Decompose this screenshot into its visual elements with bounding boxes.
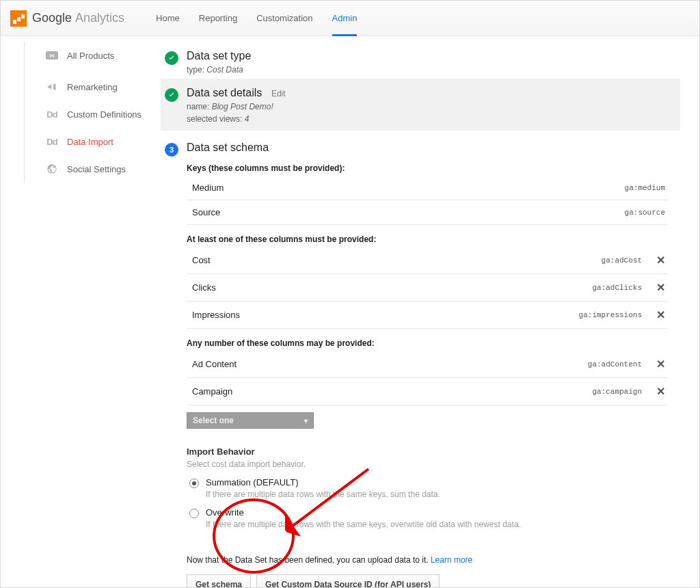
add-column-select[interactable]: Select one ▾ bbox=[187, 412, 314, 429]
link-icon: ⋈ bbox=[45, 51, 59, 59]
step-title: Data set schema bbox=[187, 142, 668, 154]
sidebar-item-remarketing[interactable]: Remarketing bbox=[45, 73, 161, 101]
edit-link[interactable]: Edit bbox=[271, 89, 286, 98]
megaphone-icon bbox=[45, 81, 59, 92]
globe-icon bbox=[45, 163, 59, 174]
column-code: ga:source bbox=[625, 209, 665, 217]
upload-note: Now that the Data Set has been defined, … bbox=[187, 555, 668, 565]
column-code: ga:adCost bbox=[602, 256, 642, 265]
import-behavior-title: Import Behavior bbox=[187, 446, 668, 457]
any-header: Any number of these columns may be provi… bbox=[187, 338, 668, 348]
column-label: Cost bbox=[192, 255, 211, 265]
import-behavior-sub: Select cost data import behavior. bbox=[187, 459, 668, 469]
nav-admin[interactable]: Admin bbox=[332, 1, 358, 36]
radio-label: Summation (DEFAULT) bbox=[206, 477, 440, 487]
step-sub-views: selected views: 4 bbox=[187, 114, 286, 124]
sidebar-item-label: Social Settings bbox=[67, 164, 126, 174]
app-header: Google Analytics Home Reporting Customiz… bbox=[1, 1, 699, 36]
admin-sidebar: ⋈ All Products Remarketing Dd Custom Def… bbox=[1, 36, 161, 588]
column-code: ga:adClicks bbox=[592, 284, 642, 292]
step-number-badge: 3 bbox=[165, 143, 178, 157]
atleast-header: At least one of these columns must be pr… bbox=[187, 235, 668, 244]
column-code: ga:adContent bbox=[588, 360, 642, 369]
analytics-logo-icon bbox=[10, 10, 27, 27]
step-sub-name: name: Blog Post Demo! bbox=[187, 102, 286, 111]
sidebar-item-label: All Products bbox=[67, 51, 114, 61]
column-label: Impressions bbox=[192, 310, 240, 320]
nav-home[interactable]: Home bbox=[156, 1, 180, 36]
get-custom-id-button[interactable]: Get Custom Data Source ID (for API users… bbox=[256, 574, 440, 588]
column-label: Medium bbox=[192, 183, 224, 193]
schema-atleast-row: Cost ga:adCost ✕ bbox=[187, 247, 668, 274]
radio-overwrite[interactable]: Overwrite If there are multiple data row… bbox=[189, 507, 668, 529]
check-icon bbox=[165, 51, 178, 65]
learn-more-link[interactable]: Learn more bbox=[431, 555, 472, 565]
sidebar-item-data-import[interactable]: Dd Data Import bbox=[45, 128, 161, 155]
sidebar-item-label: Data Import bbox=[67, 137, 113, 147]
remove-column-button[interactable]: ✕ bbox=[656, 281, 665, 294]
remove-column-button[interactable]: ✕ bbox=[656, 308, 665, 321]
radio-desc: If there are multiple data rows with the… bbox=[206, 490, 440, 499]
step-title: Data set details bbox=[187, 87, 262, 98]
dd-icon: Dd bbox=[45, 137, 59, 147]
radio-input[interactable] bbox=[189, 509, 199, 518]
step-data-set-schema: 3 Data set schema Keys (these columns mu… bbox=[161, 133, 680, 588]
remove-column-button[interactable]: ✕ bbox=[656, 385, 665, 398]
sidebar-item-label: Remarketing bbox=[67, 82, 118, 92]
product-logo: Google Analytics bbox=[10, 10, 124, 27]
remove-column-button[interactable]: ✕ bbox=[656, 254, 665, 267]
column-label: Ad Content bbox=[192, 359, 237, 369]
radio-label: Overwrite bbox=[206, 507, 521, 518]
schema-any-row: Ad Content ga:adContent ✕ bbox=[187, 351, 668, 378]
radio-desc: If there are multiple data rows with the… bbox=[206, 520, 521, 529]
column-label: Source bbox=[192, 207, 220, 217]
select-label: Select one bbox=[193, 416, 234, 425]
nav-customization[interactable]: Customization bbox=[256, 1, 312, 36]
radio-summation[interactable]: Summation (DEFAULT) If there are multipl… bbox=[189, 477, 668, 499]
nav-reporting[interactable]: Reporting bbox=[199, 1, 237, 36]
keys-header: Keys (these columns must be provided): bbox=[187, 163, 668, 173]
main-panel: Data set type type: Cost Data Data set d… bbox=[161, 36, 699, 588]
sidebar-item-social-settings[interactable]: Social Settings bbox=[45, 155, 161, 183]
column-code: ga:medium bbox=[625, 184, 665, 192]
step-title: Data set type bbox=[187, 50, 251, 62]
step-data-set-type: Data set type type: Cost Data bbox=[161, 42, 680, 79]
top-nav: Home Reporting Customization Admin bbox=[156, 1, 357, 36]
remove-column-button[interactable]: ✕ bbox=[656, 358, 665, 371]
sidebar-item-custom-definitions[interactable]: Dd Custom Definitions bbox=[45, 101, 161, 128]
schema-key-row: Medium ga:medium bbox=[187, 176, 668, 200]
column-label: Campaign bbox=[192, 386, 232, 397]
check-icon bbox=[165, 88, 178, 102]
column-code: ga:campaign bbox=[592, 388, 642, 396]
dd-icon: Dd bbox=[45, 109, 59, 120]
step-sub: type: Cost Data bbox=[187, 65, 251, 75]
schema-atleast-row: Impressions ga:impressions ✕ bbox=[187, 302, 668, 329]
column-label: Clicks bbox=[192, 282, 216, 293]
get-schema-button[interactable]: Get schema bbox=[187, 574, 251, 588]
sidebar-item-label: Custom Definitions bbox=[67, 109, 142, 120]
radio-input[interactable] bbox=[189, 479, 199, 488]
step-data-set-details: Data set details Edit name: Blog Post De… bbox=[161, 79, 680, 131]
schema-key-row: Source ga:source bbox=[187, 200, 668, 225]
schema-any-row: Campaign ga:campaign ✕ bbox=[187, 378, 668, 405]
chevron-down-icon: ▾ bbox=[304, 417, 308, 425]
schema-atleast-row: Clicks ga:adClicks ✕ bbox=[187, 274, 668, 302]
product-name: Google Analytics bbox=[32, 11, 124, 25]
column-code: ga:impressions bbox=[579, 311, 642, 319]
sidebar-item-all-products[interactable]: ⋈ All Products bbox=[45, 42, 161, 69]
